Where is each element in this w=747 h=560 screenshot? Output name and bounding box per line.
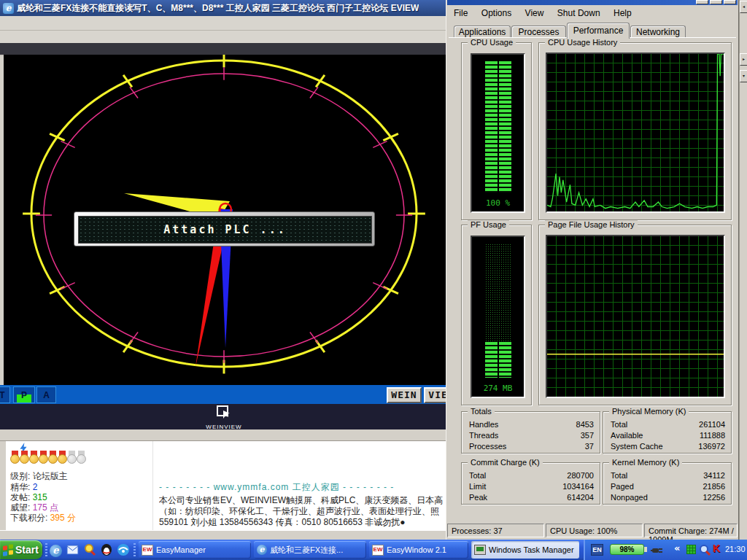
medal-gold-icon — [29, 451, 39, 464]
cpu-history-chart — [546, 52, 725, 213]
magnifier-tray-icon[interactable] — [699, 544, 711, 556]
forum-column-divider — [152, 441, 153, 530]
cpu-history-label: CPU Usage History — [545, 38, 620, 47]
maximize-button[interactable] — [710, 0, 722, 4]
antivirus-tray-icon[interactable]: K — [713, 542, 720, 554]
internet-explorer-icon: e — [3, 3, 14, 14]
easymanager-icon: EW — [142, 545, 153, 556]
forum-divider-strip — [0, 429, 446, 441]
hmi-button-a[interactable]: A — [36, 386, 56, 403]
minimize-button[interactable] — [696, 0, 708, 4]
hmi-toolbar: T P A WEIN VIEW — [0, 385, 446, 404]
desktop-strip: WEINVIEW — [0, 404, 446, 429]
kernel-memory-group: Kernel Memory (K) Total34112 Paged21856 … — [603, 462, 732, 505]
close-button[interactable] — [724, 0, 736, 4]
hmi-button-t[interactable]: T — [0, 386, 10, 403]
weinview-desktop-icon[interactable]: WEINVIEW — [205, 405, 243, 430]
language-indicator[interactable]: EN — [591, 544, 603, 556]
network-grid-icon[interactable] — [686, 545, 696, 554]
cpu-usage-group: CPU Usage 100 % — [461, 42, 532, 220]
signature-header: - - - - - - - - www.ymmfa.com 工控人家园 - - … — [159, 481, 446, 494]
internet-explorer-icon: e — [257, 545, 267, 555]
weinview-icon — [216, 405, 232, 420]
pf-history-chart — [546, 235, 725, 398]
browser-left-border — [0, 429, 6, 540]
tab-performance[interactable]: Performance — [567, 23, 630, 39]
attach-plc-dialog: Attach PLC ... — [74, 211, 375, 246]
taskbar-button-easymanager[interactable]: EW EasyManager — [139, 541, 251, 559]
system-tray: EN 98% « K 21:30 — [584, 540, 747, 560]
easywindow-icon: EW — [372, 545, 384, 556]
quicklaunch-media-icon[interactable] — [117, 543, 130, 556]
tab-networking[interactable]: Networking — [630, 26, 686, 39]
attach-plc-message: Attach PLC ... — [163, 223, 286, 236]
cpu-usage-label: CPU Usage — [468, 38, 516, 47]
pf-usage-value: 274 MB — [472, 384, 524, 393]
hmi-window: Attach PLC ... — [4, 55, 446, 385]
status-processes: Processes: 37 — [447, 524, 544, 537]
windows-flag-icon — [3, 544, 14, 556]
medal-gold-icon — [48, 451, 58, 464]
desktop: e 威纶和三菱FX连接不能直接读写T、C、M8***、D8*** 工控人家园 三… — [0, 0, 747, 560]
physical-memory-group: Physical Memory (K) Total261104 Availabl… — [603, 411, 732, 454]
taskbar: Start e EW EasyManager e 威纶和三菱FX连接... EW… — [0, 540, 747, 560]
browser-title: 威纶和三菱FX连接不能直接读写T、C、M8***、D8*** 工控人家园 三菱工… — [17, 2, 419, 15]
browser-statusbar — [0, 530, 446, 540]
taskbar-button-task-manager[interactable]: Windows Task Manager — [471, 541, 579, 559]
taskband-handle[interactable] — [133, 543, 136, 556]
cpu-history-line — [547, 54, 724, 209]
menu-options[interactable]: Options — [476, 6, 516, 18]
medal-gold-icon — [39, 451, 48, 464]
pf-usage-group: PF Usage 274 MB — [461, 225, 532, 405]
medal-row — [10, 451, 86, 465]
start-button[interactable]: Start — [0, 540, 42, 559]
wein-button[interactable]: WEIN — [387, 387, 422, 403]
task-manager-menubar: File Options View Shut Down Help — [449, 6, 736, 21]
battery-indicator[interactable]: 98% — [610, 544, 644, 555]
taskbar-clock[interactable]: 21:30 — [725, 545, 747, 553]
menu-shutdown[interactable]: Shut Down — [552, 6, 605, 18]
commit-charge-group: Commit Charge (K) Total280700 Limit10341… — [461, 462, 600, 505]
cpu-usage-meter: 100 % — [471, 53, 525, 213]
cpu-history-group: CPU Usage History — [538, 42, 732, 220]
quicklaunch-qq-icon[interactable] — [100, 543, 113, 556]
pf-history-group: Page File Usage History — [538, 225, 732, 405]
medal-silver-icon — [77, 451, 86, 464]
browser-vertical-scrollbar[interactable]: ◂ ▸ ▾ — [739, 0, 747, 540]
quicklaunch-internet-explorer-icon[interactable]: e — [50, 543, 63, 556]
pf-history-label: Page File Usage History — [545, 220, 638, 229]
taskbar-button-browser[interactable]: e 威纶和三菱FX连接... — [254, 541, 366, 559]
task-manager-statusbar: Processes: 37 CPU Usage: 100% Commit Cha… — [447, 524, 738, 538]
medal-silver-icon — [67, 451, 77, 464]
menu-help[interactable]: Help — [608, 6, 637, 18]
pf-usage-label: PF Usage — [468, 220, 509, 229]
hmi-button-p[interactable]: P — [13, 386, 35, 403]
tab-applications[interactable]: Applications — [454, 26, 511, 39]
status-cpu: CPU Usage: 100% — [546, 524, 643, 537]
scroll-right-icon[interactable]: ▸ — [740, 53, 747, 66]
scroll-down-icon[interactable]: ▾ — [740, 70, 747, 82]
totals-group: Totals Handles8453 Threads357 Processes3… — [461, 411, 600, 454]
quicklaunch-search-icon[interactable] — [83, 543, 96, 556]
medal-gold-icon — [10, 451, 20, 464]
forum-row-credits: 下载积分: 395 分 — [10, 512, 76, 524]
signature-line3: 559101 刘小姐 13584556343 传真：0510 80516653 … — [159, 516, 446, 529]
menu-view[interactable]: View — [520, 6, 549, 18]
forum-post-area: 级别: 论坛版主 精华: 2 发帖: 315 威望: 175 点 下载积分: 3… — [6, 441, 446, 530]
collapse-tray-icon[interactable]: « — [674, 542, 680, 553]
scroll-up-icon[interactable]: ◂ — [740, 1, 747, 13]
cpu-usage-value: 100 % — [472, 198, 524, 208]
ac-power-icon[interactable] — [651, 544, 665, 556]
medal-gold-icon — [58, 451, 67, 464]
task-manager-titlebar[interactable] — [447, 0, 738, 5]
medal-gold-icon — [20, 451, 29, 464]
menu-file[interactable]: File — [449, 6, 473, 18]
task-manager-icon — [474, 545, 486, 555]
quicklaunch-mail-icon[interactable] — [66, 543, 80, 556]
tab-processes[interactable]: Processes — [511, 26, 566, 39]
status-commit: Commit Charge: 274M / 1009M — [644, 524, 738, 537]
pf-usage-meter: 274 MB — [471, 236, 525, 398]
taskbar-button-easywindow[interactable]: EW EasyWindow 2.1 — [369, 541, 468, 559]
task-manager-window: File Options View Shut Down Help Applica… — [446, 0, 739, 541]
quicklaunch-handle[interactable] — [45, 543, 47, 556]
